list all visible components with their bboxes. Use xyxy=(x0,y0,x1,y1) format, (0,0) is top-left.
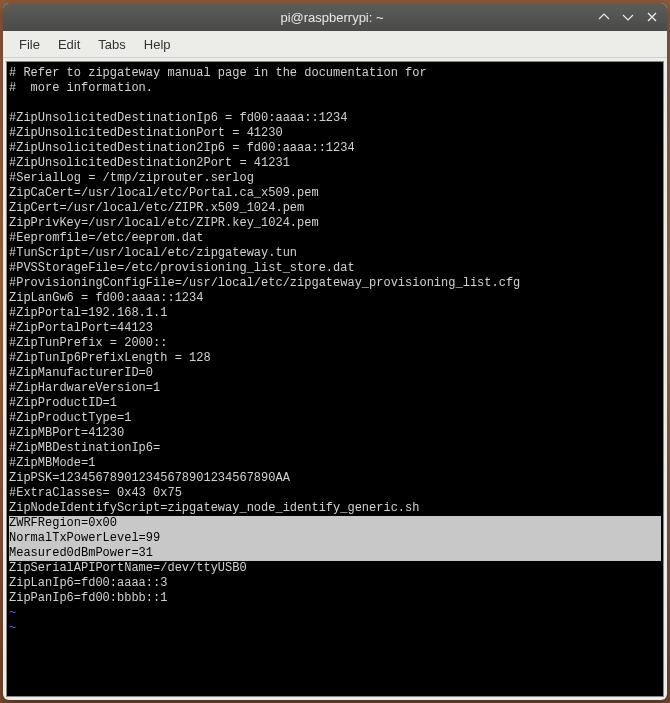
vim-tilde: ~ xyxy=(9,606,661,621)
minimize-icon[interactable] xyxy=(595,8,613,26)
terminal-line: # more information. xyxy=(9,81,661,96)
terminal-line: #ZipPortalPort=44123 xyxy=(9,321,661,336)
menu-tabs[interactable]: Tabs xyxy=(90,34,133,55)
terminal-line: #ZipTunPrefix = 2000:: xyxy=(9,336,661,351)
maximize-icon[interactable] xyxy=(619,8,637,26)
terminal-line: ZipSerialAPIPortName=/dev/ttyUSB0 xyxy=(9,561,661,576)
terminal-line: #ZipUnsolicitedDestinationIp6 = fd00:aaa… xyxy=(9,111,661,126)
terminal-line: #ZipPortal=192.168.1.1 xyxy=(9,306,661,321)
window-title: pi@raspberrypi: ~ xyxy=(69,10,595,25)
terminal-line: #TunScript=/usr/local/etc/zipgateway.tun xyxy=(9,246,661,261)
terminal-line: #SerialLog = /tmp/ziprouter.serlog xyxy=(9,171,661,186)
terminal-line: #PVSStorageFile=/etc/provisioning_list_s… xyxy=(9,261,661,276)
terminal-line: #ZipProductType=1 xyxy=(9,411,661,426)
menu-edit[interactable]: Edit xyxy=(50,34,88,55)
terminal-line: #ZipUnsolicitedDestination2Port = 41231 xyxy=(9,156,661,171)
terminal-line: # Refer to zipgateway manual page in the… xyxy=(9,66,661,81)
terminal-line: #ZipProductID=1 xyxy=(9,396,661,411)
terminal-line: #ZipHardwareVersion=1 xyxy=(9,381,661,396)
titlebar[interactable]: pi@raspberrypi: ~ xyxy=(3,3,667,31)
terminal-line: Measured0dBmPower=31 xyxy=(9,546,661,561)
terminal-line: ZipPSK=123456789012345678901234567890AA xyxy=(9,471,661,486)
terminal-line: #ZipMBPort=41230 xyxy=(9,426,661,441)
terminal-area[interactable]: # Refer to zipgateway manual page in the… xyxy=(6,61,664,697)
terminal-line: #ZipMBMode=1 xyxy=(9,456,661,471)
terminal-line: ZipLanIp6=fd00:aaaa::3 xyxy=(9,576,661,591)
terminal-line xyxy=(9,96,661,111)
terminal-line: #ZipManufacturerID=0 xyxy=(9,366,661,381)
terminal-line: ZipCert=/usr/local/etc/ZIPR.x509_1024.pe… xyxy=(9,201,661,216)
terminal-line: #ZipUnsolicitedDestinationPort = 41230 xyxy=(9,126,661,141)
terminal-line: NormalTxPowerLevel=99 xyxy=(9,531,661,546)
terminal-window: pi@raspberrypi: ~ File Edit Tabs Help # … xyxy=(3,3,667,700)
terminal-line: #Eepromfile=/etc/eeprom.dat xyxy=(9,231,661,246)
vim-tilde: ~ xyxy=(9,621,661,636)
terminal-line: #ZipTunIp6PrefixLength = 128 xyxy=(9,351,661,366)
terminal-line: ZWRFRegion=0x00 xyxy=(9,516,661,531)
menubar: File Edit Tabs Help xyxy=(3,31,667,58)
terminal-line: ZipNodeIdentifyScript=zipgateway_node_id… xyxy=(9,501,661,516)
terminal-line: ZipLanGw6 = fd00:aaaa::1234 xyxy=(9,291,661,306)
terminal-line: #ZipUnsolicitedDestination2Ip6 = fd00:aa… xyxy=(9,141,661,156)
terminal-line: ZipCaCert=/usr/local/etc/Portal.ca_x509.… xyxy=(9,186,661,201)
window-controls xyxy=(595,8,661,26)
menu-help[interactable]: Help xyxy=(136,34,179,55)
terminal-line: #ExtraClasses= 0x43 0x75 xyxy=(9,486,661,501)
menu-file[interactable]: File xyxy=(11,34,48,55)
terminal-line: #ProvisioningConfigFile=/usr/local/etc/z… xyxy=(9,276,661,291)
terminal-line: ZipPanIp6=fd00:bbbb::1 xyxy=(9,591,661,606)
close-icon[interactable] xyxy=(643,8,661,26)
terminal-line: ZipPrivKey=/usr/local/etc/ZIPR.key_1024.… xyxy=(9,216,661,231)
terminal-line: #ZipMBDestinationIp6= xyxy=(9,441,661,456)
